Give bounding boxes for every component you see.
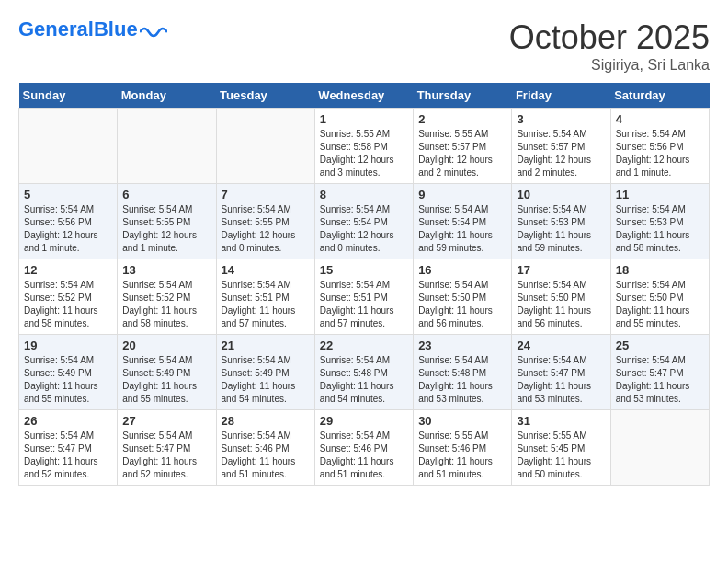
weekday-header-thursday: Thursday [414,83,512,109]
week-row-5: 26Sunrise: 5:54 AM Sunset: 5:47 PM Dayli… [19,410,710,486]
week-row-1: 1Sunrise: 5:55 AM Sunset: 5:58 PM Daylig… [19,109,710,184]
day-info: Sunrise: 5:54 AM Sunset: 5:52 PM Dayligh… [122,279,210,330]
day-info: Sunrise: 5:54 AM Sunset: 5:56 PM Dayligh… [24,203,112,255]
month-title: October 2025 [509,18,710,57]
calendar-table: SundayMondayTuesdayWednesdayThursdayFrid… [18,83,710,486]
calendar-cell: 21Sunrise: 5:54 AM Sunset: 5:49 PM Dayli… [216,335,314,410]
calendar-cell: 24Sunrise: 5:54 AM Sunset: 5:47 PM Dayli… [512,335,610,410]
day-number: 3 [517,112,605,126]
calendar-cell: 13Sunrise: 5:54 AM Sunset: 5:52 PM Dayli… [118,259,216,335]
day-info: Sunrise: 5:54 AM Sunset: 5:56 PM Dayligh… [616,128,704,179]
day-number: 14 [222,263,310,277]
weekday-header-row: SundayMondayTuesdayWednesdayThursdayFrid… [19,83,710,109]
day-info: Sunrise: 5:54 AM Sunset: 5:55 PM Dayligh… [122,203,210,255]
calendar-cell [610,410,709,486]
logo: GeneralBlue [18,18,167,40]
calendar-cell [216,109,314,184]
calendar-cell: 8Sunrise: 5:54 AM Sunset: 5:54 PM Daylig… [314,184,413,259]
header: GeneralBlue October 2025 Sigiriya, Sri L… [18,18,710,74]
day-info: Sunrise: 5:54 AM Sunset: 5:53 PM Dayligh… [616,203,704,255]
day-info: Sunrise: 5:54 AM Sunset: 5:53 PM Dayligh… [517,203,605,255]
day-number: 4 [616,112,704,126]
day-number: 24 [517,339,605,352]
calendar-cell [19,109,118,184]
calendar-cell: 27Sunrise: 5:54 AM Sunset: 5:47 PM Dayli… [118,410,216,486]
calendar-cell: 2Sunrise: 5:55 AM Sunset: 5:57 PM Daylig… [414,109,512,184]
calendar-cell: 22Sunrise: 5:54 AM Sunset: 5:48 PM Dayli… [314,335,413,410]
day-number: 31 [517,414,605,428]
calendar-cell: 25Sunrise: 5:54 AM Sunset: 5:47 PM Dayli… [610,335,709,410]
day-info: Sunrise: 5:54 AM Sunset: 5:54 PM Dayligh… [320,203,408,255]
weekday-header-wednesday: Wednesday [314,83,413,109]
day-number: 27 [122,414,210,428]
week-row-4: 19Sunrise: 5:54 AM Sunset: 5:49 PM Dayli… [19,335,710,410]
day-number: 23 [418,339,506,352]
day-info: Sunrise: 5:55 AM Sunset: 5:46 PM Dayligh… [418,430,506,481]
day-info: Sunrise: 5:54 AM Sunset: 5:55 PM Dayligh… [222,203,310,255]
day-info: Sunrise: 5:54 AM Sunset: 5:47 PM Dayligh… [122,430,210,481]
calendar-cell: 17Sunrise: 5:54 AM Sunset: 5:50 PM Dayli… [512,259,610,335]
day-info: Sunrise: 5:54 AM Sunset: 5:50 PM Dayligh… [517,279,605,330]
calendar-cell: 3Sunrise: 5:54 AM Sunset: 5:57 PM Daylig… [512,109,610,184]
calendar-cell: 6Sunrise: 5:54 AM Sunset: 5:55 PM Daylig… [118,184,216,259]
day-number: 26 [24,414,112,428]
day-number: 20 [122,339,210,352]
weekday-header-saturday: Saturday [610,83,709,109]
day-info: Sunrise: 5:55 AM Sunset: 5:57 PM Dayligh… [418,128,506,179]
day-number: 1 [320,112,408,126]
day-number: 17 [517,263,605,277]
day-number: 7 [222,188,310,201]
logo-blue: Blue [94,17,138,40]
calendar-cell: 9Sunrise: 5:54 AM Sunset: 5:54 PM Daylig… [414,184,512,259]
calendar-cell: 31Sunrise: 5:55 AM Sunset: 5:45 PM Dayli… [512,410,610,486]
day-info: Sunrise: 5:55 AM Sunset: 5:45 PM Dayligh… [517,430,605,481]
calendar-cell: 11Sunrise: 5:54 AM Sunset: 5:53 PM Dayli… [610,184,709,259]
calendar-cell: 18Sunrise: 5:54 AM Sunset: 5:50 PM Dayli… [610,259,709,335]
week-row-2: 5Sunrise: 5:54 AM Sunset: 5:56 PM Daylig… [19,184,710,259]
day-info: Sunrise: 5:54 AM Sunset: 5:47 PM Dayligh… [24,430,112,481]
day-info: Sunrise: 5:54 AM Sunset: 5:51 PM Dayligh… [320,279,408,330]
calendar-cell: 14Sunrise: 5:54 AM Sunset: 5:51 PM Dayli… [216,259,314,335]
location: Sigiriya, Sri Lanka [509,57,710,74]
day-info: Sunrise: 5:54 AM Sunset: 5:48 PM Dayligh… [418,354,506,406]
day-info: Sunrise: 5:54 AM Sunset: 5:50 PM Dayligh… [418,279,506,330]
day-info: Sunrise: 5:54 AM Sunset: 5:49 PM Dayligh… [24,354,112,406]
calendar-cell: 23Sunrise: 5:54 AM Sunset: 5:48 PM Dayli… [414,335,512,410]
day-number: 13 [122,263,210,277]
calendar-cell: 28Sunrise: 5:54 AM Sunset: 5:46 PM Dayli… [216,410,314,486]
day-info: Sunrise: 5:54 AM Sunset: 5:46 PM Dayligh… [222,430,310,481]
logo-general: General [18,17,94,40]
day-info: Sunrise: 5:54 AM Sunset: 5:50 PM Dayligh… [616,279,704,330]
calendar-cell: 30Sunrise: 5:55 AM Sunset: 5:46 PM Dayli… [414,410,512,486]
calendar-cell: 16Sunrise: 5:54 AM Sunset: 5:50 PM Dayli… [414,259,512,335]
calendar-cell: 4Sunrise: 5:54 AM Sunset: 5:56 PM Daylig… [610,109,709,184]
day-number: 30 [418,414,506,428]
calendar-cell: 19Sunrise: 5:54 AM Sunset: 5:49 PM Dayli… [19,335,118,410]
weekday-header-monday: Monday [118,83,216,109]
day-info: Sunrise: 5:54 AM Sunset: 5:48 PM Dayligh… [320,354,408,406]
calendar-cell: 26Sunrise: 5:54 AM Sunset: 5:47 PM Dayli… [19,410,118,486]
logo-wave-icon [140,19,167,40]
day-number: 6 [122,188,210,201]
day-number: 16 [418,263,506,277]
calendar-cell: 29Sunrise: 5:54 AM Sunset: 5:46 PM Dayli… [314,410,413,486]
day-number: 2 [418,112,506,126]
day-number: 21 [222,339,310,352]
calendar-cell: 15Sunrise: 5:54 AM Sunset: 5:51 PM Dayli… [314,259,413,335]
day-number: 12 [24,263,112,277]
weekday-header-friday: Friday [512,83,610,109]
calendar-cell: 12Sunrise: 5:54 AM Sunset: 5:52 PM Dayli… [19,259,118,335]
calendar-cell: 10Sunrise: 5:54 AM Sunset: 5:53 PM Dayli… [512,184,610,259]
day-number: 10 [517,188,605,201]
calendar-cell: 20Sunrise: 5:54 AM Sunset: 5:49 PM Dayli… [118,335,216,410]
weekday-header-sunday: Sunday [19,83,118,109]
day-number: 29 [320,414,408,428]
day-number: 15 [320,263,408,277]
calendar-cell: 7Sunrise: 5:54 AM Sunset: 5:55 PM Daylig… [216,184,314,259]
day-number: 5 [24,188,112,201]
day-info: Sunrise: 5:54 AM Sunset: 5:49 PM Dayligh… [122,354,210,406]
day-number: 25 [616,339,704,352]
calendar-cell: 1Sunrise: 5:55 AM Sunset: 5:58 PM Daylig… [314,109,413,184]
day-info: Sunrise: 5:54 AM Sunset: 5:49 PM Dayligh… [222,354,310,406]
day-number: 22 [320,339,408,352]
